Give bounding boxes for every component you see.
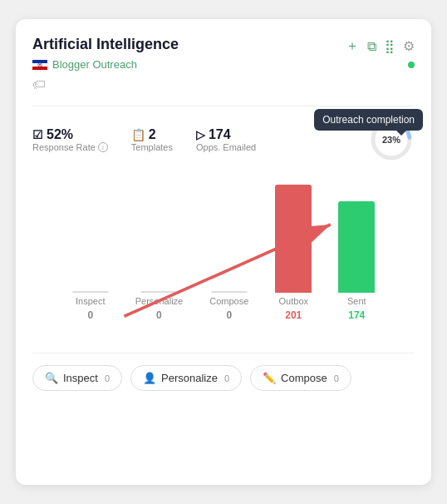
gear-icon[interactable]: ⚙ (403, 38, 415, 54)
header-icons: ＋ ⧉ ⣿ ⚙ (346, 37, 415, 55)
send-icon: ▷ (196, 128, 205, 141)
card-title: Artificial Intelligence (32, 36, 179, 53)
bar-inspect: Inspect 0 (72, 291, 109, 321)
bar-outbox-label: Outbox (279, 296, 308, 306)
bar-inspect-value: 0 (87, 309, 93, 321)
response-rate-label: Response Rate i (32, 142, 108, 152)
grid-icon[interactable]: ⣿ (385, 38, 395, 54)
opps-value: ▷ 174 (196, 127, 256, 142)
bar-compose-bar (211, 291, 248, 293)
status-dot (408, 62, 415, 68)
chart-divider (32, 353, 415, 353)
bar-inspect-bar (72, 291, 109, 293)
subtitle-text: Blogger Outreach (52, 58, 137, 71)
bar-personalize: Personalize 0 (135, 291, 183, 321)
plus-icon[interactable]: ＋ (346, 37, 359, 55)
copy-icon[interactable]: ⧉ (367, 39, 376, 54)
response-rate-value: ☑ 52% (32, 127, 108, 142)
tag-row: 🏷 (32, 77, 415, 92)
bar-sent: Sent 174 (338, 201, 375, 321)
inspect-button[interactable]: 🔍 Inspect 0 (32, 365, 122, 391)
inspect-badge: 0 (105, 373, 110, 383)
tooltip-box: Outreach completion (314, 109, 423, 131)
personalize-icon: 👤 (143, 372, 156, 384)
bottom-buttons: 🔍 Inspect 0 👤 Personalize 0 ✏️ Compose 0 (32, 365, 415, 391)
info-icon[interactable]: i (98, 142, 108, 152)
bar-personalize-value: 0 (156, 309, 162, 321)
bar-sent-label: Sent (347, 296, 366, 306)
compose-label: Compose (281, 372, 327, 384)
tag-icon[interactable]: 🏷 (32, 77, 46, 91)
personalize-button[interactable]: 👤 Personalize 0 (130, 365, 242, 391)
personalize-badge: 0 (224, 373, 229, 383)
bar-personalize-label: Personalize (135, 296, 183, 306)
stat-templates: 📋 2 Templates (131, 127, 173, 152)
checkbox-icon: ☑ (32, 128, 43, 141)
personalize-label: Personalize (161, 372, 218, 384)
opps-label: Opps. Emailed (196, 142, 256, 152)
stat-opps-emailed: ▷ 174 Opps. Emailed (196, 127, 256, 152)
bar-outbox-bar (275, 185, 312, 293)
header-divider (32, 106, 415, 106)
bar-inspect-label: Inspect (76, 296, 105, 306)
bar-outbox: Outbox 201 (275, 185, 312, 321)
main-card: Artificial Intelligence ＋ ⧉ ⣿ ⚙ Blogger … (16, 19, 431, 485)
compose-button[interactable]: ✏️ Compose 0 (250, 365, 351, 391)
donut-label: 23% (382, 135, 400, 145)
flag-icon (32, 60, 47, 70)
bars-container: Inspect 0 Personalize 0 Compose 0 Outbox… (32, 196, 415, 321)
bar-outbox-value: 201 (285, 309, 302, 321)
inspect-label: Inspect (63, 372, 98, 384)
template-icon: 📋 (131, 128, 145, 141)
bar-sent-bar (338, 201, 375, 293)
templates-label: Templates (131, 142, 173, 152)
svg-rect-2 (32, 67, 47, 70)
compose-badge: 0 (334, 373, 339, 383)
tooltip-text: Outreach completion (322, 114, 415, 126)
inspect-icon: 🔍 (45, 372, 58, 384)
bar-personalize-bar (140, 291, 177, 293)
bar-compose: Compose 0 (209, 291, 248, 321)
bar-compose-label: Compose (209, 296, 248, 306)
subtitle-row: Blogger Outreach (32, 58, 415, 71)
bar-sent-value: 174 (348, 309, 365, 321)
svg-rect-0 (32, 60, 47, 63)
compose-icon: ✏️ (263, 372, 276, 384)
templates-value: 📋 2 (131, 127, 173, 142)
stat-response-rate: ☑ 52% Response Rate i (32, 127, 108, 152)
card-header: Artificial Intelligence ＋ ⧉ ⣿ ⚙ (32, 36, 415, 55)
bar-compose-value: 0 (226, 309, 232, 321)
chart-area: Inspect 0 Personalize 0 Compose 0 Outbox… (32, 180, 415, 346)
